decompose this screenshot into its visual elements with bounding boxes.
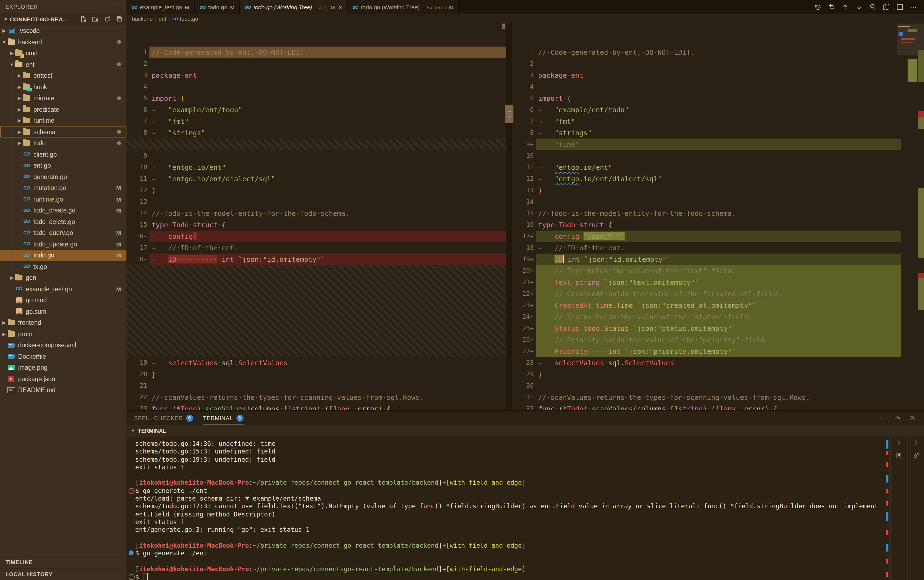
terminal-tab-chevron-icon[interactable] [895, 439, 903, 447]
editor-line-19[interactable]: 19+→ ID·int·`json:"id,omitempty"` [512, 254, 901, 265]
discard-icon[interactable] [828, 3, 835, 11]
tree-item-backend[interactable]: ▼backend [0, 36, 127, 48]
editor-line-13[interactable]: 13) [512, 185, 901, 196]
tab-4-todo-go-working-tree-[interactable]: GOtodo.go (Working Tree).../schemaM [347, 0, 459, 14]
breadcrumb-item[interactable]: backend [132, 16, 153, 22]
editor-line-5[interactable]: 5import·( [512, 92, 901, 104]
local-history-section[interactable]: LOCAL HISTORY [0, 568, 127, 580]
editor-line-29[interactable]: 29} [512, 369, 901, 380]
editor-line-31[interactable]: 31//·scanValues·returns·the·types·for·sc… [512, 392, 901, 403]
debug-console-icon[interactable] [912, 452, 920, 460]
tree-item-package-json[interactable]: npackage.json [0, 373, 127, 384]
timeline-section[interactable]: TIMELINE [0, 556, 127, 568]
tab-2-todo-go[interactable]: GOtodo.goM [195, 0, 240, 14]
tab-spell-checker[interactable]: SPELL CHECKER 6 [134, 411, 193, 425]
tree-item-mutation-go[interactable]: GOmutation.goM [0, 182, 127, 194]
editor-line-6[interactable]: 6→ "example/ent/todo" [127, 104, 506, 115]
editor-line-2[interactable]: 2 [127, 58, 506, 69]
tree-item-todo-create-go[interactable]: GOtodo_create.goM [0, 205, 127, 216]
editor-line-3[interactable]: 3package·ent [127, 69, 506, 81]
tree-item-gen[interactable]: ▶gen [0, 272, 127, 283]
more-icon[interactable]: ⋯ [879, 414, 887, 422]
arrow-up-icon[interactable] [841, 3, 849, 11]
tree-item-go-sum[interactable]: GOgo.sum [0, 306, 127, 317]
breadcrumb-file[interactable]: todo.go [180, 16, 198, 22]
more-icon[interactable]: ⋯ [910, 3, 917, 11]
tree-item-todo[interactable]: ▶todo [0, 137, 127, 149]
diff-editor-modified-pane[interactable]: 1//·Code·generated·by·ent,·DO·NOT·EDIT.2… [512, 23, 924, 410]
tree-item-runtime-go[interactable]: GOruntime.goM [0, 194, 127, 205]
editor-line-8[interactable]: 8→ "strings" [512, 127, 901, 138]
project-root-row[interactable]: ▼ CONNECT-GO-REA... [0, 13, 127, 25]
refresh-icon[interactable] [104, 15, 111, 23]
editor-line-11[interactable]: 11→ "entgo.io/ent/dialect/sql" [127, 173, 506, 185]
editor-line-25[interactable]: 25+→ Status·todo.Status·`json:"status,om… [512, 323, 901, 334]
editor-line-11[interactable]: 11→ "entgo.io/ent" [512, 161, 901, 173]
history-icon[interactable] [814, 3, 822, 11]
editor-line-22[interactable]: 22+→ //·CreatedAt·holds·the·value·of·the… [512, 288, 901, 300]
editor-line-12[interactable]: 12→ "entgo.io/ent/dialect/sql" [512, 173, 901, 185]
tree-item-dockerfile[interactable]: Dockerfile [0, 351, 127, 362]
editor-line-24[interactable]: 24+→ //·Status·holds·the·value·of·the·"s… [512, 311, 901, 323]
editor-line-19[interactable]: 19→ selectValues·sql.SelectValues [127, 357, 506, 369]
editor-line-9[interactable]: 9 [127, 150, 506, 161]
diff-editor-original-pane[interactable]: 1//·Code·generated·by·ent,·DO·NOT·EDIT.2… [127, 23, 506, 410]
accept-change-button[interactable]: → + [505, 105, 513, 123]
tab-3-todo-go-working-tree-[interactable]: GOtodo.go (Working Tree).../entM× [240, 0, 348, 14]
tree-item-todo-delete-go[interactable]: GOtodo_delete.go [0, 216, 127, 227]
notebook-terminal-icon[interactable] [895, 452, 903, 460]
tree-item-schema[interactable]: ▶schema [0, 126, 127, 137]
editor-line-28[interactable]: 28→ selectValues·sql.SelectValues [512, 357, 901, 369]
editor-line-15[interactable]: 15//·Todo·is·the·model·entity·for·the·To… [512, 208, 901, 219]
map-icon[interactable] [882, 3, 890, 11]
tab-1-example-test-go[interactable]: GOexample_test.goM [127, 0, 195, 14]
breadcrumb[interactable]: backend › ent › GO todo.go [127, 14, 924, 23]
editor-line-16[interactable]: 16type·Todo·struct·{ [512, 219, 901, 231]
tree-item-generate-go[interactable]: GOgenerate.go [0, 171, 127, 182]
tree-item-todo-update-go[interactable]: GOtodo_update.goM [0, 239, 127, 250]
editor-line-26[interactable]: 26+→ //·Priority·holds·the·value·of·the·… [512, 334, 901, 346]
editor-line-12[interactable]: 12) [127, 185, 506, 196]
editor-line-23[interactable]: 23+→ CreatedAt·time.Time·`json:"created_… [512, 300, 901, 311]
tab-terminal[interactable]: TERMINAL 6 [203, 411, 243, 425]
split-editor-icon[interactable] [896, 3, 904, 11]
editor-line-18[interactable]: 18-→ ID···········int·`json:"id,omitempt… [127, 254, 506, 265]
tree-item-client-go[interactable]: GOclient.go [0, 149, 127, 160]
editor-line-14[interactable]: 14//·Todo·is·the·model·entity·for·the·To… [127, 208, 506, 219]
terminal-section-header[interactable]: ▼ TERMINAL [127, 425, 924, 437]
tree-item-todo-go[interactable]: GOtodo.goM [0, 250, 127, 261]
editor-line-17[interactable]: 17+→ config·`json:"-"` [512, 231, 901, 242]
tree-item-frontend[interactable]: ▶frontend [0, 317, 127, 328]
editor-line-13[interactable]: 13 [127, 196, 506, 208]
editor-line-5[interactable]: 5import·( [127, 92, 506, 104]
explorer-more-icon[interactable]: ⋯ [113, 3, 121, 10]
editor-line-18[interactable]: 18→ //·ID·of·the·ent. [512, 242, 901, 254]
minimap[interactable] [901, 23, 917, 410]
editor-line-1[interactable]: 1//·Code·generated·by·ent,·DO·NOT·EDIT. [127, 46, 506, 58]
tree-item-tx-go[interactable]: GOtx.go [0, 261, 127, 272]
tree-item-image-png[interactable]: image.png [0, 362, 127, 373]
editor-line-14[interactable]: 14 [512, 196, 901, 208]
left-editor-scrollbar[interactable] [502, 23, 505, 29]
tree-item-go-mod[interactable]: GOgo.mod [0, 295, 127, 306]
editor-line-32[interactable]: 32func·(*Todo)·scanValues(columns·[]stri… [512, 403, 901, 410]
tree-item-readme-md[interactable]: M↓README.md [0, 384, 127, 396]
editor-line-21[interactable]: 21 [127, 380, 506, 392]
editor-line-16[interactable]: 16-→ config· [127, 231, 506, 242]
new-file-icon[interactable] [79, 15, 87, 23]
terminal-output[interactable]: schema/todo.go:14:36: undefined: timesch… [127, 437, 889, 580]
editor-line-21[interactable]: 21+→ Text·string·`json:"text,omitempty"` [512, 277, 901, 288]
editor-line-30[interactable]: 30 [512, 380, 901, 392]
arrow-down-icon[interactable] [855, 3, 863, 11]
editor-line-20[interactable]: 20+→ //·Text·holds·the·value·of·the·"tex… [512, 265, 901, 277]
editor-line-9[interactable]: 9+→ "time" [512, 138, 901, 150]
editor-line-20[interactable]: 20} [127, 369, 506, 380]
close-icon[interactable]: × [339, 4, 342, 10]
tree-item-migrate[interactable]: ▶migrate [0, 92, 127, 104]
tree-item--vscode[interactable]: ▶.vscode [0, 25, 127, 36]
editor-line-4[interactable]: 4 [127, 81, 506, 92]
editor-line-3[interactable]: 3package·ent [512, 69, 901, 81]
terminal-tab-chevron-icon-2[interactable] [912, 439, 920, 447]
tree-item-runtime[interactable]: ▶runtime [0, 115, 127, 126]
collapse-all-icon[interactable] [115, 15, 123, 23]
